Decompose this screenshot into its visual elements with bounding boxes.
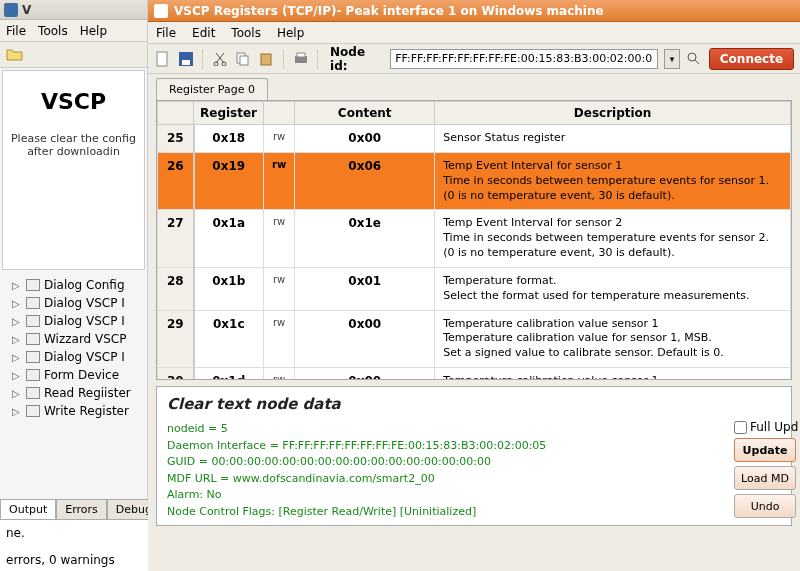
row-number: 29	[158, 310, 194, 368]
tree-view: ▷Dialog Config▷Dialog VSCP I▷Dialog VSCP…	[0, 272, 147, 420]
tree-item[interactable]: ▷Form Device	[12, 366, 147, 384]
undo-button[interactable]: Undo	[734, 494, 796, 518]
bg-menu-file[interactable]: File	[6, 24, 26, 38]
menu-help[interactable]: Help	[277, 26, 304, 40]
menu-edit[interactable]: Edit	[192, 26, 215, 40]
form-icon	[26, 315, 40, 327]
output-panel: ne. errors, 0 warnings	[0, 519, 148, 571]
expand-icon[interactable]: ▷	[12, 316, 22, 327]
table-row[interactable]: 280x1brw0x01Temperature format.Select th…	[158, 267, 791, 310]
load-mdf-button[interactable]: Load MD	[734, 466, 796, 490]
bg-toolbar	[0, 42, 147, 68]
tree-item[interactable]: ▷Wizzard VSCP	[12, 330, 147, 348]
clear-text-heading: Clear text node data	[167, 395, 781, 413]
bottom-tabs: Output Errors Debugg	[0, 499, 168, 519]
full-update-checkbox[interactable]: Full Upd	[734, 420, 796, 434]
menu-file[interactable]: File	[156, 26, 176, 40]
col-description: Description	[435, 102, 791, 125]
expand-icon[interactable]: ▷	[12, 370, 22, 381]
bg-body2: after downloadin	[7, 145, 140, 158]
bg-body1: Please clear the config	[7, 132, 140, 145]
cell-register: 0x1b	[194, 267, 264, 310]
cell-description: Temp Event Interval for sensor 1Time in …	[435, 152, 791, 210]
tree-label: Form Device	[44, 368, 119, 382]
expand-icon[interactable]: ▷	[12, 406, 22, 417]
tab-output[interactable]: Output	[0, 499, 56, 519]
clear-text-line: Daemon Interface = FF:FF:FF:FF:FF:FF:FF:…	[167, 438, 781, 455]
tree-item[interactable]: ▷Dialog VSCP I	[12, 294, 147, 312]
expand-icon[interactable]: ▷	[12, 280, 22, 291]
expand-icon[interactable]: ▷	[12, 388, 22, 399]
cell-content[interactable]: 0x00	[295, 368, 435, 380]
new-icon[interactable]	[154, 50, 171, 68]
cell-register: 0x1a	[194, 210, 264, 268]
tab-errors[interactable]: Errors	[56, 499, 107, 519]
nodeid-label: Node id:	[330, 45, 384, 73]
nodeid-dropdown[interactable]: ▾	[664, 49, 679, 69]
cell-rw: rw	[264, 368, 295, 380]
grid-header-row: Register Content Description	[158, 102, 791, 125]
nodeid-input[interactable]	[390, 49, 658, 69]
page-tabs: Register Page 0	[148, 74, 800, 100]
tree-label: Dialog VSCP I	[44, 314, 125, 328]
expand-icon[interactable]: ▷	[12, 352, 22, 363]
form-icon	[26, 279, 40, 291]
cell-register: 0x19	[194, 152, 264, 210]
form-icon	[26, 387, 40, 399]
table-row[interactable]: 300x1drw0x00Temperature calibration valu…	[158, 368, 791, 380]
cell-content[interactable]: 0x1e	[295, 210, 435, 268]
paste-icon[interactable]	[258, 50, 275, 68]
copy-icon[interactable]	[235, 50, 252, 68]
update-button[interactable]: Update	[734, 438, 796, 462]
output-line1: ne.	[6, 526, 142, 540]
bg-menu-help[interactable]: Help	[80, 24, 107, 38]
form-icon	[26, 405, 40, 417]
table-row[interactable]: 260x19rw0x06Temp Event Interval for sens…	[158, 152, 791, 210]
col-register: Register	[194, 102, 264, 125]
expand-icon[interactable]: ▷	[12, 298, 22, 309]
separator	[317, 49, 318, 69]
cell-content[interactable]: 0x06	[295, 152, 435, 210]
tree-item[interactable]: ▷Dialog Config	[12, 276, 147, 294]
form-icon	[26, 333, 40, 345]
svg-rect-2	[182, 60, 190, 65]
cell-description: Temperature format.Select the format use…	[435, 267, 791, 310]
tree-item[interactable]: ▷Dialog VSCP I	[12, 348, 147, 366]
cut-icon[interactable]	[211, 50, 228, 68]
table-row[interactable]: 270x1arw0x1eTemp Event Interval for sens…	[158, 210, 791, 268]
cell-content[interactable]: 0x00	[295, 125, 435, 153]
tree-item[interactable]: ▷Read Regiister	[12, 384, 147, 402]
main-toolbar: Node id: ▾ Connecte	[148, 44, 800, 74]
table-row[interactable]: 250x18rw0x00Sensor Status register	[158, 125, 791, 153]
background-window: V File Tools Help VSCP Please clear the …	[0, 0, 148, 571]
clear-text-panel: Clear text node data nodeid = 5Daemon In…	[156, 386, 792, 526]
register-grid[interactable]: Register Content Description 250x18rw0x0…	[156, 100, 792, 380]
register-page-tab[interactable]: Register Page 0	[156, 78, 268, 100]
connected-button[interactable]: Connecte	[709, 48, 794, 70]
tree-label: Dialog Config	[44, 278, 125, 292]
cell-rw: rw	[264, 152, 295, 210]
svg-rect-9	[297, 53, 305, 57]
form-icon	[26, 351, 40, 363]
cell-content[interactable]: 0x00	[295, 310, 435, 368]
open-folder-icon[interactable]	[6, 47, 24, 63]
cell-content[interactable]: 0x01	[295, 267, 435, 310]
expand-icon[interactable]: ▷	[12, 334, 22, 345]
bg-menubar: File Tools Help	[0, 20, 147, 42]
tree-label: Write Register	[44, 404, 129, 418]
menu-tools[interactable]: Tools	[231, 26, 261, 40]
cell-rw: rw	[264, 267, 295, 310]
table-row[interactable]: 290x1crw0x00Temperature calibration valu…	[158, 310, 791, 368]
side-button-panel: Full Upd Update Load MD Undo	[730, 414, 800, 524]
tree-item[interactable]: ▷Write Register	[12, 402, 147, 420]
cell-register: 0x18	[194, 125, 264, 153]
tree-label: Dialog VSCP I	[44, 350, 125, 364]
search-icon[interactable]	[686, 50, 703, 68]
tree-item[interactable]: ▷Dialog VSCP I	[12, 312, 147, 330]
save-icon[interactable]	[177, 50, 194, 68]
bg-menu-tools[interactable]: Tools	[38, 24, 68, 38]
print-icon[interactable]	[292, 50, 309, 68]
clear-text-line: GUID = 00:00:00:00:00:00:00:00:00:00:00:…	[167, 454, 781, 471]
output-line2: errors, 0 warnings	[6, 553, 142, 567]
svg-rect-7	[261, 54, 271, 65]
